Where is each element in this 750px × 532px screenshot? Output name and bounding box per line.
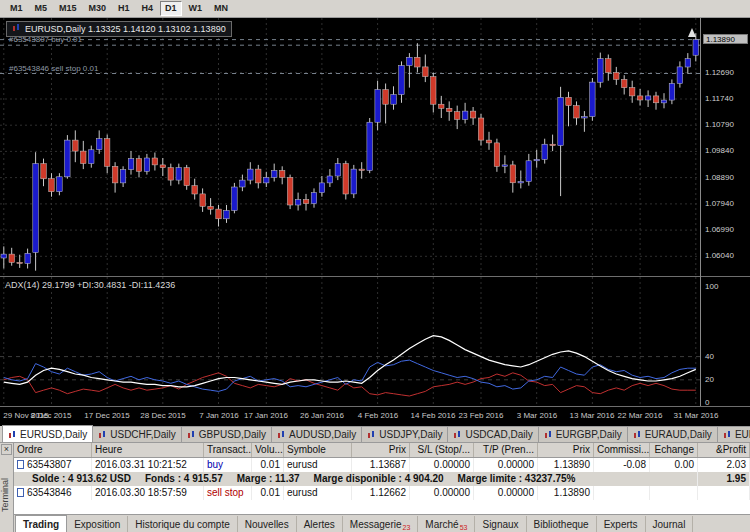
timeframe-button-m5[interactable]: M5: [30, 1, 53, 16]
timeframe-button-m15[interactable]: M15: [54, 1, 82, 16]
column-header-transact[interactable]: Transact...: [204, 443, 252, 457]
column-header-echange[interactable]: Echange: [650, 443, 698, 457]
terminal-tab-nouvelles[interactable]: Nouvelles: [238, 516, 297, 532]
candle: [208, 198, 214, 215]
terminal-tab-signaux[interactable]: Signaux: [475, 516, 526, 532]
price-axis-label: 1.11740: [705, 94, 733, 104]
timeframe-button-m1[interactable]: M1: [5, 1, 28, 16]
chart-tab-icon: [723, 430, 732, 439]
candle: [375, 81, 381, 131]
terminal-tab-messagerie[interactable]: Messagerie23: [343, 516, 419, 532]
timeframe-button-mn[interactable]: MN: [209, 1, 233, 16]
chart-area[interactable]: EURUSD,Daily 1.13325 1.14120 1.13102 1.1…: [0, 18, 750, 426]
chart-icon: [12, 23, 21, 34]
candle: [502, 155, 508, 173]
chart-tab-eurusd[interactable]: EURUSD,Daily: [2, 425, 93, 442]
candle: [104, 135, 110, 174]
terminal-tab-march-[interactable]: Marché53: [418, 516, 475, 532]
timeframe-button-h4[interactable]: H4: [137, 1, 159, 16]
candle: [669, 79, 675, 104]
candle: [73, 130, 79, 162]
candle: [677, 61, 683, 87]
price-axis-label: 1.06040: [705, 251, 734, 261]
column-header-heure[interactable]: Heure: [92, 443, 204, 457]
date-axis-label: 4 Feb 2016: [358, 411, 398, 420]
adx-indicator-pane[interactable]: [0, 277, 700, 406]
chart-tab-label: USDCAD,Daily: [465, 429, 532, 440]
chart-tab-label: EURGBP,Daily: [556, 429, 622, 440]
terminal-tab-bar: TradingExpositionHistorique du compteNou…: [14, 514, 750, 532]
timeframe-button-h1[interactable]: H1: [113, 1, 135, 16]
candle: [598, 53, 604, 88]
timeframe-button-d1[interactable]: D1: [160, 1, 182, 16]
date-axis-label: 3 Mar 2016: [517, 411, 557, 420]
candle: [661, 93, 667, 108]
candle: [49, 173, 55, 197]
timeframe-toolbar: M1M5M15M30H1H4D1W1MN: [0, 0, 750, 18]
time-axis[interactable]: 29 Nov 20158 Dec 201517 Dec 201528 Dec 2…: [0, 407, 750, 426]
timeframe-button-w1[interactable]: W1: [184, 1, 208, 16]
cell-profit: 2.03: [698, 458, 750, 472]
chart-tab-audusd[interactable]: AUDUSD,Daily: [271, 426, 362, 442]
chart-tab-usdchf[interactable]: USDCHF,Daily: [92, 426, 182, 442]
column-header-slstop[interactable]: S/L (Stop/...: [410, 443, 474, 457]
candle: [653, 92, 659, 110]
candle: [447, 101, 453, 120]
price-axis[interactable]: 1.138901.126901.117401.107901.098401.088…: [700, 18, 750, 406]
chart-tab-euraud[interactable]: EURAUD,Daily: [627, 426, 718, 442]
balance-row[interactable]: Solde : 4 913.62 USDFonds : 4 915.57Marg…: [14, 472, 750, 486]
order-row[interactable]: 635438072016.03.31 10:21:52buy0.01eurusd…: [14, 458, 750, 472]
candle: [120, 166, 126, 187]
candle: [439, 96, 445, 118]
terminal-tab-journal[interactable]: Journal: [646, 516, 694, 532]
terminal-tab-bibliotheque[interactable]: Bibliotheque: [527, 516, 597, 532]
pane-separator[interactable]: [0, 276, 750, 277]
price-axis-label: 1.06990: [705, 225, 734, 235]
terminal-tab-label: Bibliotheque: [534, 519, 589, 530]
terminal-sidebar: × Terminal: [0, 443, 14, 532]
chart-tab-label: EURAUD,Daily: [645, 429, 712, 440]
column-header-commissi[interactable]: Commissi...: [594, 443, 650, 457]
terminal-tab-label: Experts: [604, 519, 638, 530]
chart-tab-eurgbp[interactable]: EURGBP,Daily: [538, 426, 628, 442]
date-axis-label: 7 Jan 2016: [199, 411, 239, 420]
candle: [558, 87, 564, 196]
candle: [494, 139, 500, 172]
terminal-tab-alertes[interactable]: Alertes: [297, 516, 343, 532]
balance-profit: 1.95: [698, 472, 750, 486]
date-axis-label: 17 Jan 2016: [244, 411, 288, 420]
terminal-tab-exposition[interactable]: Exposition: [67, 516, 128, 532]
candle: [470, 107, 476, 125]
timeframe-button-m30[interactable]: M30: [84, 1, 112, 16]
chart-tab-gbpusd[interactable]: GBPUSD,Daily: [181, 426, 272, 442]
chart-tab-usdjpy[interactable]: USDJPY,Daily: [361, 426, 448, 442]
candle: [279, 166, 285, 184]
column-header-prix[interactable]: Prix: [538, 443, 594, 457]
chart-tab-eurchf[interactable]: EURCHF,Daily: [717, 426, 750, 442]
candle: [590, 78, 596, 121]
column-header-tppren[interactable]: T/P (Pren...: [474, 443, 538, 457]
column-header-ordre[interactable]: Ordre: [14, 443, 92, 457]
column-header-prix[interactable]: Prix: [352, 443, 410, 457]
candle: [303, 194, 309, 211]
chart-tab-usdcad[interactable]: USDCAD,Daily: [447, 426, 538, 442]
cell-symbole: eurusd: [284, 486, 352, 500]
order-row[interactable]: 635438462016.03.30 18:57:59sell stop0.01…: [14, 486, 750, 500]
close-terminal-button[interactable]: ×: [1, 444, 12, 455]
terminal-tab-label: Trading: [23, 519, 59, 530]
column-header-profit[interactable]: &Profit: [698, 443, 750, 457]
price-chart[interactable]: [0, 18, 700, 276]
candle: [144, 154, 150, 175]
candle: [685, 53, 691, 74]
candle: [622, 75, 628, 94]
column-header-symbole[interactable]: Symbole: [284, 443, 352, 457]
terminal-tab-historique-du-compte[interactable]: Historique du compte: [128, 516, 238, 532]
candle: [693, 33, 699, 61]
candle: [566, 92, 572, 127]
candle: [415, 43, 421, 72]
column-header-volu[interactable]: Volu...: [252, 443, 284, 457]
terminal-tab-trading[interactable]: Trading: [15, 515, 67, 532]
terminal-tab-experts[interactable]: Experts: [597, 516, 646, 532]
cell-tppren: 0.00000: [474, 486, 538, 500]
candle: [614, 67, 620, 85]
